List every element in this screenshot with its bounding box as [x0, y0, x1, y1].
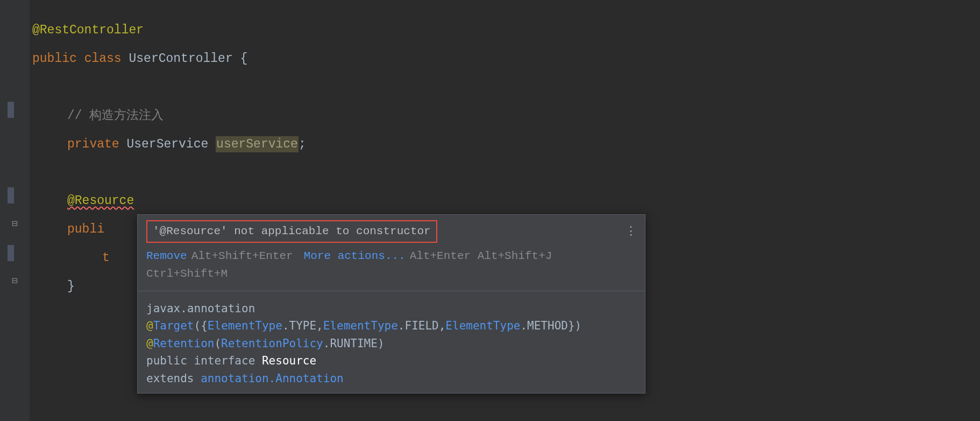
doc-declaration-line: public interface Resource: [146, 352, 636, 370]
tooltip-actions-row: RemoveAlt+Shift+EnterMore actions...Alt+…: [138, 246, 645, 291]
class-name-resource: Resource: [262, 354, 316, 367]
brace-open: {: [233, 52, 248, 66]
elementtype-ref[interactable]: ElementType: [208, 319, 282, 332]
keyword-public-partial: publi: [67, 222, 104, 236]
package-name: javax.annotation: [146, 302, 255, 315]
retentionpolicy-ref[interactable]: RetentionPolicy: [221, 337, 323, 350]
tooltip-header: '@Resource' not applicable to constructo…: [138, 215, 645, 246]
code-line: public class UserController {: [32, 45, 980, 73]
doc-extends-line: extends annotation.Annotation: [146, 370, 636, 388]
elementtype-ref[interactable]: ElementType: [445, 319, 520, 332]
enum-val: .METHOD: [520, 319, 568, 332]
code-line: // 构造方法注入: [32, 102, 980, 130]
doc-package: javax.annotation: [146, 300, 636, 318]
doc-target-line: @Target({ElementType.TYPE,ElementType.FI…: [146, 317, 636, 335]
keyword-class: class: [84, 52, 122, 66]
class-name: UserController: [129, 52, 232, 66]
more-actions-link[interactable]: More actions...: [304, 250, 406, 262]
keyword-public: public: [146, 354, 187, 367]
paren: }): [568, 319, 581, 332]
keyword-interface: interface: [194, 354, 255, 367]
brace-close: }: [67, 279, 75, 293]
code-line-empty: [32, 73, 980, 102]
at-symbol: @: [146, 337, 153, 350]
code-line: @RestController: [32, 16, 980, 45]
at-symbol: @: [146, 319, 153, 332]
paren: (: [214, 337, 221, 350]
code-line-empty: [32, 158, 980, 187]
paren: ({: [194, 319, 208, 332]
error-tooltip: '@Resource' not applicable to constructo…: [137, 214, 645, 394]
target-ref[interactable]: Target: [153, 319, 194, 332]
doc-retention-line: @Retention(RetentionPolicy.RUNTIME): [146, 335, 636, 353]
keyword-extends: extends: [146, 372, 194, 385]
documentation-panel: javax.annotation @Target({ElementType.TY…: [138, 291, 645, 393]
annotation-restcontroller: @RestController: [32, 23, 144, 37]
comment: // 构造方法注入: [67, 109, 164, 123]
error-message-box: '@Resource' not applicable to constructo…: [146, 220, 437, 243]
annotation-resource-error: @Resource: [67, 194, 134, 208]
field-name-highlight: userService: [216, 136, 299, 152]
field-type: UserService: [126, 137, 208, 151]
retention-ref[interactable]: Retention: [153, 337, 215, 350]
keyword-this-partial: t: [102, 251, 110, 265]
semicolon: ;: [299, 137, 306, 151]
keyword-private: private: [67, 137, 119, 151]
enum-val: .FIELD: [398, 319, 439, 332]
annotation-ref[interactable]: annotation.Annotation: [201, 372, 344, 385]
enum-val: .TYPE: [282, 319, 316, 332]
code-line: private UserService userService;: [32, 130, 980, 159]
code-line: @Resource: [32, 187, 980, 215]
keyword-public: public: [32, 52, 77, 66]
remove-action[interactable]: Remove: [146, 250, 187, 262]
elementtype-ref[interactable]: ElementType: [323, 319, 398, 332]
remove-shortcut: Alt+Shift+Enter: [191, 250, 293, 262]
paren: ): [378, 337, 385, 350]
enum-val: .RUNTIME: [323, 337, 378, 350]
more-options-icon[interactable]: ⋮: [625, 222, 635, 241]
